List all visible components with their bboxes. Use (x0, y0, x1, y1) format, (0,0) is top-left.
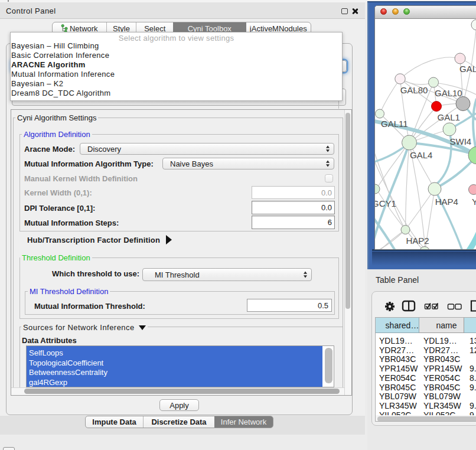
svg-text:GAL10: GAL10 (435, 88, 462, 98)
svg-text:GCY1: GCY1 (375, 198, 396, 208)
svg-text:HAP2: HAP2 (406, 236, 429, 246)
svg-text:Y: Y (472, 197, 476, 207)
svg-text:GAL: GAL (459, 64, 476, 74)
svg-text:SWI4: SWI4 (450, 136, 472, 146)
svg-text:GAL1: GAL1 (438, 112, 460, 122)
svg-text:HAP4: HAP4 (435, 197, 458, 207)
svg-text:GAL4: GAL4 (410, 150, 432, 160)
svg-text:GAL80: GAL80 (400, 85, 428, 95)
svg-text:GAL11: GAL11 (381, 119, 408, 129)
